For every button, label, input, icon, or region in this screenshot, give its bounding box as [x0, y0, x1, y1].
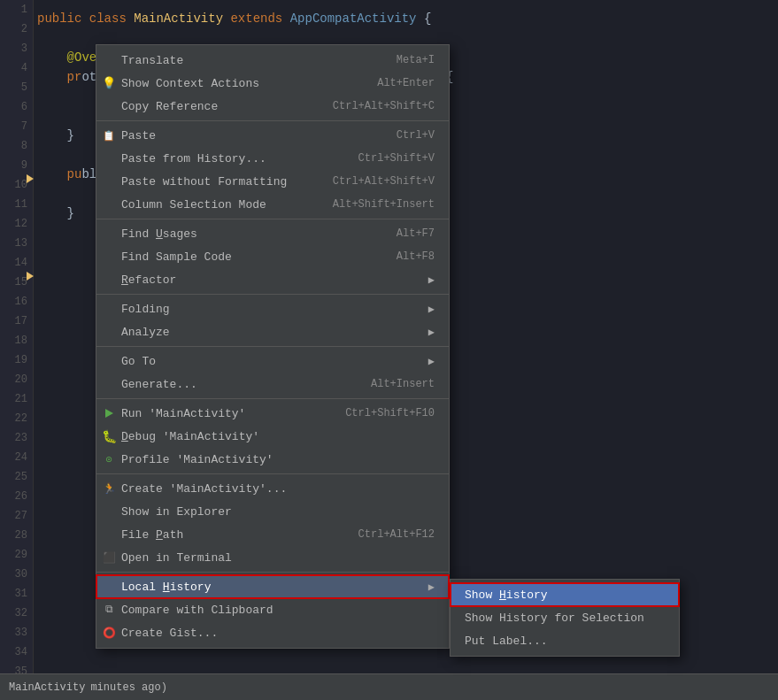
- context-menu: Translate Meta+I 💡 Show Context Actions …: [96, 44, 450, 649]
- put-label-label: Put Label...: [465, 635, 548, 648]
- translate-shortcut: Meta+I: [397, 54, 435, 66]
- menu-item-run[interactable]: Run 'MainActivity' Ctrl+Shift+F10: [96, 402, 449, 425]
- status-bar: MainActivity minutes ago): [0, 673, 778, 700]
- menu-item-file-path[interactable]: File Path Ctrl+Alt+F12: [96, 523, 449, 546]
- local-history-submenu: Show History Show History for Selection …: [450, 579, 680, 657]
- separator-6: [96, 473, 449, 474]
- menu-item-create[interactable]: 🏃 Create 'MainActivity'...: [96, 477, 449, 500]
- menu-item-open-terminal[interactable]: ⬛ Open in Terminal: [96, 546, 449, 569]
- paste-shortcut: Ctrl+V: [397, 129, 435, 142]
- status-filename: MainActivity: [9, 681, 85, 694]
- menu-item-paste[interactable]: 📋 Paste Ctrl+V: [96, 124, 449, 147]
- terminal-icon: ⬛: [102, 551, 116, 565]
- separator-1: [96, 120, 449, 121]
- run-shortcut: Ctrl+Shift+F10: [345, 407, 435, 419]
- local-history-submenu-arrow: ▶: [428, 581, 435, 594]
- debug-label: Debug 'MainActivity': [121, 430, 259, 443]
- status-time: minutes ago): [90, 681, 166, 694]
- generate-shortcut: Alt+Insert: [371, 378, 435, 390]
- menu-item-column-mode[interactable]: Column Selection Mode Alt+Shift+Insert: [96, 193, 449, 216]
- menu-item-find-sample[interactable]: Find Sample Code Alt+F8: [96, 245, 449, 268]
- paste-no-format-label: Paste without Formatting: [121, 175, 287, 188]
- generate-label: Generate...: [121, 378, 197, 391]
- breakpoint-arrow-2: [27, 272, 34, 281]
- show-context-shortcut: Alt+Enter: [377, 77, 435, 89]
- menu-item-goto[interactable]: Go To ▶: [96, 350, 449, 373]
- open-terminal-label: Open in Terminal: [121, 551, 232, 565]
- find-sample-shortcut: Alt+F8: [397, 250, 435, 263]
- create-icon: 🏃: [102, 482, 116, 496]
- menu-item-debug[interactable]: 🐛 Debug 'MainActivity': [96, 425, 449, 448]
- separator-7: [96, 572, 449, 573]
- run-label: Run 'MainActivity': [121, 407, 245, 420]
- analyze-submenu-arrow: ▶: [428, 326, 435, 339]
- paste-icon: 📋: [102, 130, 116, 142]
- menu-item-analyze[interactable]: Analyze ▶: [96, 320, 449, 343]
- file-path-shortcut: Ctrl+Alt+F12: [358, 528, 435, 541]
- separator-3: [96, 294, 449, 295]
- separator-5: [96, 398, 449, 399]
- paste-history-shortcut: Ctrl+Shift+V: [358, 152, 435, 165]
- paste-label: Paste: [121, 129, 156, 142]
- menu-item-generate[interactable]: Generate... Alt+Insert: [96, 373, 449, 396]
- show-history-label: Show History: [465, 588, 548, 602]
- menu-item-paste-history[interactable]: Paste from History... Ctrl+Shift+V: [96, 147, 449, 170]
- create-gist-label: Create Gist...: [121, 627, 218, 640]
- column-mode-label: Column Selection Mode: [121, 198, 266, 212]
- separator-4: [96, 346, 449, 347]
- show-explorer-label: Show in Explorer: [121, 505, 232, 519]
- submenu-item-show-history[interactable]: Show History: [451, 583, 679, 606]
- bulb-icon: 💡: [102, 76, 116, 90]
- translate-label: Translate: [121, 54, 183, 67]
- copy-reference-shortcut: Ctrl+Alt+Shift+C: [333, 100, 435, 112]
- profile-label: Profile 'MainActivity': [121, 453, 273, 466]
- menu-item-profile[interactable]: ⊙ Profile 'MainActivity': [96, 448, 449, 471]
- debug-icon: 🐛: [102, 429, 116, 444]
- line-gutter: 1 2 3 4 5 6 7 8 9 10 11 12 13 14 15 16 1…: [0, 0, 34, 700]
- code-line-1: public class MainActivity extends AppCom…: [0, 9, 778, 28]
- folding-label: Folding: [121, 303, 170, 316]
- paste-history-label: Paste from History...: [121, 152, 266, 165]
- show-history-selection-label: Show History for Selection: [465, 612, 644, 625]
- refactor-submenu-arrow: ▶: [428, 273, 435, 287]
- menu-item-compare-clipboard[interactable]: ⧉ Compare with Clipboard: [96, 598, 449, 621]
- separator-2: [96, 219, 449, 219]
- menu-item-translate[interactable]: Translate Meta+I: [96, 49, 449, 72]
- file-path-label: File Path: [121, 528, 183, 542]
- compare-icon: ⧉: [102, 604, 116, 616]
- menu-item-refactor[interactable]: Refactor ▶: [96, 268, 449, 291]
- folding-submenu-arrow: ▶: [428, 303, 435, 316]
- menu-item-create-gist[interactable]: ⭕ Create Gist...: [96, 621, 449, 644]
- menu-item-copy-reference[interactable]: Copy Reference Ctrl+Alt+Shift+C: [96, 95, 449, 118]
- run-icon: [102, 409, 116, 418]
- analyze-label: Analyze: [121, 326, 170, 339]
- menu-item-find-usages[interactable]: Find Usages Alt+F7: [96, 222, 449, 245]
- breakpoint-arrow: [27, 174, 34, 183]
- create-label: Create 'MainActivity'...: [121, 482, 287, 496]
- profile-icon: ⊙: [102, 453, 116, 466]
- paste-no-format-shortcut: Ctrl+Alt+Shift+V: [333, 175, 435, 188]
- submenu-item-show-history-selection[interactable]: Show History for Selection: [451, 606, 679, 629]
- copy-reference-label: Copy Reference: [121, 100, 218, 113]
- find-sample-label: Find Sample Code: [121, 250, 232, 264]
- show-context-label: Show Context Actions: [121, 77, 259, 90]
- goto-label: Go To: [121, 355, 156, 368]
- menu-item-folding[interactable]: Folding ▶: [96, 297, 449, 320]
- menu-item-local-history[interactable]: Local History ▶: [96, 575, 449, 598]
- goto-submenu-arrow: ▶: [428, 355, 435, 368]
- submenu-item-put-label[interactable]: Put Label...: [451, 629, 679, 652]
- compare-clipboard-label: Compare with Clipboard: [121, 604, 273, 617]
- column-mode-shortcut: Alt+Shift+Insert: [333, 198, 435, 211]
- menu-item-show-explorer[interactable]: Show in Explorer: [96, 500, 449, 523]
- find-usages-label: Find Usages: [121, 227, 197, 241]
- menu-item-paste-no-format[interactable]: Paste without Formatting Ctrl+Alt+Shift+…: [96, 170, 449, 193]
- local-history-label: Local History: [121, 581, 211, 594]
- refactor-label: Refactor: [121, 273, 176, 287]
- find-usages-shortcut: Alt+F7: [397, 227, 435, 240]
- github-icon: ⭕: [102, 627, 116, 640]
- menu-item-show-context-actions[interactable]: 💡 Show Context Actions Alt+Enter: [96, 72, 449, 95]
